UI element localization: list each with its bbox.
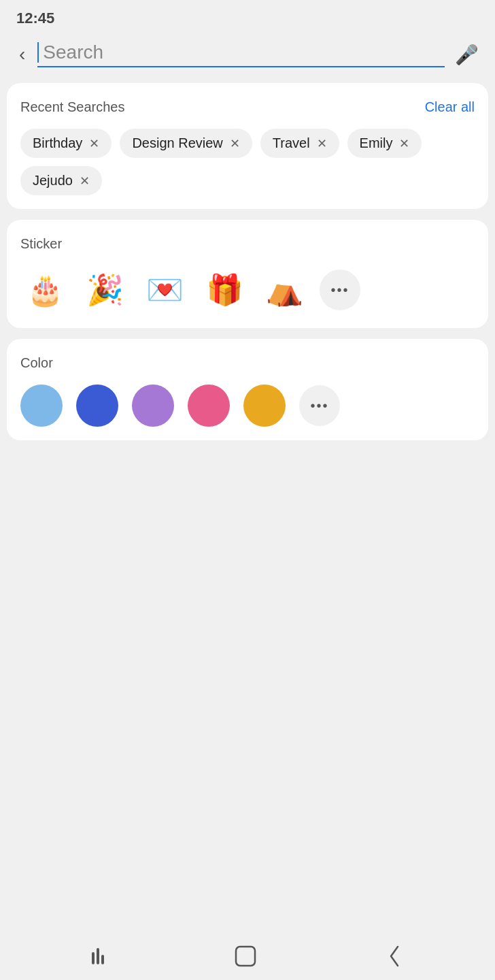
tags-container: Birthday ✕ Design Review ✕ Travel ✕ Emil… <box>20 129 475 195</box>
color-pink[interactable] <box>188 385 230 427</box>
colors-container: ••• <box>20 385 475 427</box>
mic-icon: 🎤 <box>455 44 479 66</box>
mic-button[interactable]: 🎤 <box>451 39 481 69</box>
color-yellow[interactable] <box>243 385 286 427</box>
color-purple[interactable] <box>132 385 174 427</box>
tag-close-tag-jejudo[interactable]: ✕ <box>80 174 90 189</box>
search-input[interactable]: Search <box>43 42 445 63</box>
status-bar: 12:45 <box>0 0 495 33</box>
party-sticker[interactable]: 🎉 <box>80 265 129 314</box>
tag-close-tag-birthday[interactable]: ✕ <box>89 136 99 151</box>
color-title: Color <box>20 355 53 371</box>
tag-label-tag-jejudo: Jejudo <box>33 173 73 189</box>
recent-searches-section: Recent Searches Clear all Birthday ✕ Des… <box>7 83 488 209</box>
recent-searches-header: Recent Searches Clear all <box>20 99 475 115</box>
stickers-container: 🎂🎉💌🎁⛺••• <box>20 265 475 314</box>
tag-label-tag-emily: Emily <box>360 135 393 151</box>
recents-icon <box>92 948 104 964</box>
recent-searches-title: Recent Searches <box>20 99 124 115</box>
envelope-sticker[interactable]: 💌 <box>140 265 189 314</box>
tag-close-tag-travel[interactable]: ✕ <box>317 136 327 151</box>
color-section: Color ••• <box>7 339 488 440</box>
status-time: 12:45 <box>16 10 54 27</box>
clear-all-button[interactable]: Clear all <box>425 99 475 115</box>
sticker-title: Sticker <box>20 236 62 252</box>
tag-label-tag-birthday: Birthday <box>33 135 82 151</box>
sticker-header: Sticker <box>20 236 475 252</box>
back-nav-icon <box>387 944 403 968</box>
tag-birthday[interactable]: Birthday ✕ <box>20 129 112 158</box>
tag-close-tag-design-review[interactable]: ✕ <box>230 136 240 151</box>
gift-sticker[interactable]: 🎁 <box>200 265 249 314</box>
recents-nav-button[interactable] <box>92 948 104 964</box>
color-more-button[interactable]: ••• <box>299 385 340 426</box>
tag-label-tag-travel: Travel <box>273 135 310 151</box>
back-button[interactable]: ‹ <box>14 41 31 68</box>
tag-label-tag-design-review: Design Review <box>132 135 222 151</box>
color-header: Color <box>20 355 475 371</box>
search-bar: ‹ Search 🎤 <box>0 33 495 83</box>
sticker-section: Sticker 🎂🎉💌🎁⛺••• <box>7 220 488 328</box>
sticker-more-button[interactable]: ••• <box>320 270 360 310</box>
camp-sticker[interactable]: ⛺ <box>260 265 309 314</box>
tag-travel[interactable]: Travel ✕ <box>260 129 339 158</box>
home-icon <box>233 944 258 968</box>
color-blue[interactable] <box>76 385 118 427</box>
tag-close-tag-emily[interactable]: ✕ <box>399 136 409 151</box>
bottom-nav <box>0 932 495 980</box>
tag-design-review[interactable]: Design Review ✕ <box>120 129 252 158</box>
tag-emily[interactable]: Emily ✕ <box>347 129 422 158</box>
svg-rect-0 <box>236 947 255 966</box>
home-nav-button[interactable] <box>233 944 258 968</box>
cake-sticker[interactable]: 🎂 <box>20 265 69 314</box>
tag-jejudo[interactable]: Jejudo ✕ <box>20 166 102 195</box>
back-nav-button[interactable] <box>387 944 403 968</box>
search-cursor <box>37 42 39 63</box>
search-input-wrapper[interactable]: Search <box>37 42 445 67</box>
color-light-blue[interactable] <box>20 385 63 427</box>
